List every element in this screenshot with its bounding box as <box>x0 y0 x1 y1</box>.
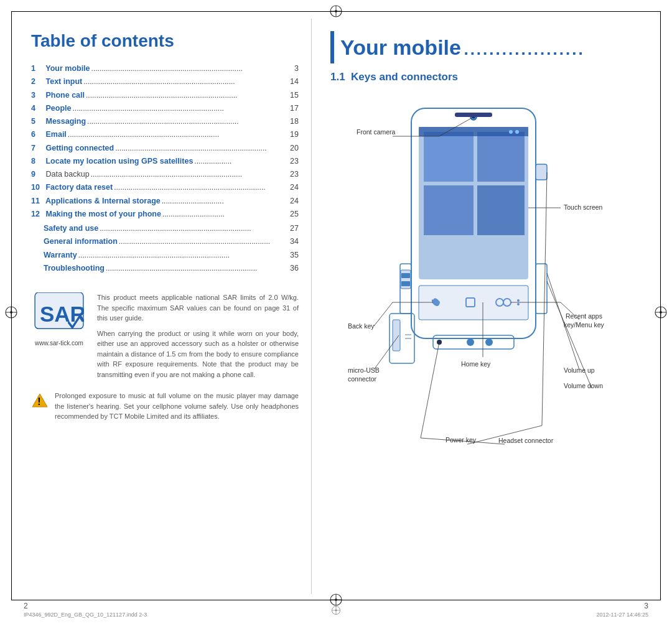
toc-row-10: 10 Factory data reset ..................… <box>31 181 299 194</box>
sar-text-2: When carrying the product or using it wh… <box>97 328 299 380</box>
toc-list: 1 Your mobile ..........................… <box>31 62 299 275</box>
svg-text:Touch screen: Touch screen <box>564 203 603 211</box>
svg-point-37 <box>517 303 520 305</box>
left-column: Table of contents 1 Your mobile ........… <box>19 19 311 594</box>
toc-row-2: 2 Text input ...........................… <box>31 75 299 88</box>
phone-diagram: Front camera Touch screen Back key Recen… <box>330 83 641 488</box>
toc-row-warranty: Warranty ...............................… <box>31 249 299 262</box>
svg-point-36 <box>517 299 520 302</box>
toc-row-troubleshooting: Troubleshooting ........................… <box>31 262 299 275</box>
svg-rect-42 <box>401 281 410 286</box>
blue-bar <box>330 31 334 63</box>
toc-title: Table of contents <box>31 31 299 51</box>
compass-right <box>654 305 668 319</box>
svg-point-49 <box>485 338 493 346</box>
your-mobile-dots: ................... <box>464 40 584 58</box>
page-border-top <box>11 11 661 12</box>
svg-text:Power key: Power key <box>446 436 477 444</box>
sar-logo-svg: SAR <box>34 292 84 336</box>
toc-row-3: 3 Phone call ...........................… <box>31 89 299 102</box>
svg-rect-46 <box>536 164 547 180</box>
svg-text:Recent apps: Recent apps <box>566 312 602 320</box>
warning-text: Prolonged exposure to music at full volu… <box>55 391 299 422</box>
svg-line-67 <box>421 342 439 438</box>
toc-row-7: 7 Getting connected ....................… <box>31 142 299 155</box>
footer-file-info: IP4346_992D_Eng_GB_QG_10_121127.indd 2-3 <box>24 612 147 618</box>
svg-text:connector: connector <box>348 375 377 383</box>
toc-row-1: 1 Your mobile ..........................… <box>31 62 299 75</box>
toc-row-safety: Safety and use .........................… <box>31 222 299 235</box>
sar-text-1: This product meets applicable national S… <box>97 292 299 324</box>
svg-text:SAR: SAR <box>40 302 84 326</box>
page-border-right <box>660 11 661 600</box>
svg-point-27 <box>509 130 513 134</box>
your-mobile-heading: Your mobile ................... <box>340 35 585 60</box>
toc-row-6: 6 Email ................................… <box>31 128 299 141</box>
your-mobile-title-container: Your mobile ................... <box>330 31 641 63</box>
page-border-left <box>11 11 12 600</box>
toc-row-11: 11 Applications & Internal storage .....… <box>31 195 299 208</box>
svg-rect-24 <box>424 185 474 235</box>
svg-text:Headset connector: Headset connector <box>498 437 554 444</box>
svg-rect-43 <box>536 264 547 314</box>
svg-line-62 <box>374 335 399 370</box>
section-title: Keys and connectors <box>351 71 458 83</box>
warning-triangle-svg: ! <box>31 392 49 409</box>
svg-text:Volume up: Volume up <box>564 366 595 374</box>
your-mobile-text: Your mobile <box>340 35 461 59</box>
phone-illustration: Front camera Touch screen Back key Recen… <box>330 90 654 488</box>
section-number: 1.1 <box>330 71 351 83</box>
toc-row-12: 12 Making the most of your phone .......… <box>31 208 299 221</box>
svg-text:!: ! <box>37 396 40 407</box>
footer-compass <box>331 605 341 618</box>
right-column: Your mobile ................... 1.1 Keys… <box>311 19 653 594</box>
toc-row-8: 8 Locate my location using GPS satellite… <box>31 155 299 168</box>
toc-row-general: General information ....................… <box>31 235 299 248</box>
svg-point-28 <box>515 130 519 134</box>
svg-rect-31 <box>455 113 492 117</box>
svg-text:Back key: Back key <box>348 322 375 330</box>
svg-point-48 <box>467 338 474 346</box>
svg-point-84 <box>335 610 337 612</box>
section-1-1: 1.1 Keys and connectors <box>330 71 641 83</box>
main-container: Table of contents 1 Your mobile ........… <box>19 19 653 594</box>
page-number-right: 3 <box>644 602 648 610</box>
svg-text:Home key: Home key <box>461 360 491 368</box>
warning-icon: ! <box>31 392 49 412</box>
footer-date: 2012-11-27 14:46:25 <box>596 612 648 618</box>
page-number-left: 2 <box>24 602 28 610</box>
svg-rect-22 <box>424 132 474 182</box>
toc-row-9: 9 Data backup ..........................… <box>31 168 299 181</box>
sar-website: www.sar-tick.com <box>35 340 83 347</box>
svg-text:Front camera: Front camera <box>357 128 396 136</box>
svg-text:key/Menu key: key/Menu key <box>564 321 605 328</box>
sar-text-block: This product meets applicable national S… <box>97 292 299 380</box>
svg-line-65 <box>542 172 547 426</box>
svg-rect-45 <box>393 320 400 351</box>
svg-rect-23 <box>477 132 525 182</box>
toc-row-4: 4 People ...............................… <box>31 102 299 115</box>
sar-section: SAR www.sar-tick.com This product meets … <box>31 292 299 380</box>
svg-text:micro-USB: micro-USB <box>348 366 380 374</box>
toc-row-5: 5 Messaging ............................… <box>31 115 299 128</box>
svg-rect-25 <box>477 185 525 235</box>
sar-logo-container: SAR www.sar-tick.com <box>31 292 87 347</box>
page-border-bottom <box>11 600 661 600</box>
warning-section: ! Prolonged exposure to music at full vo… <box>31 391 299 422</box>
svg-text:Volume down: Volume down <box>564 382 603 389</box>
svg-rect-41 <box>401 273 410 278</box>
